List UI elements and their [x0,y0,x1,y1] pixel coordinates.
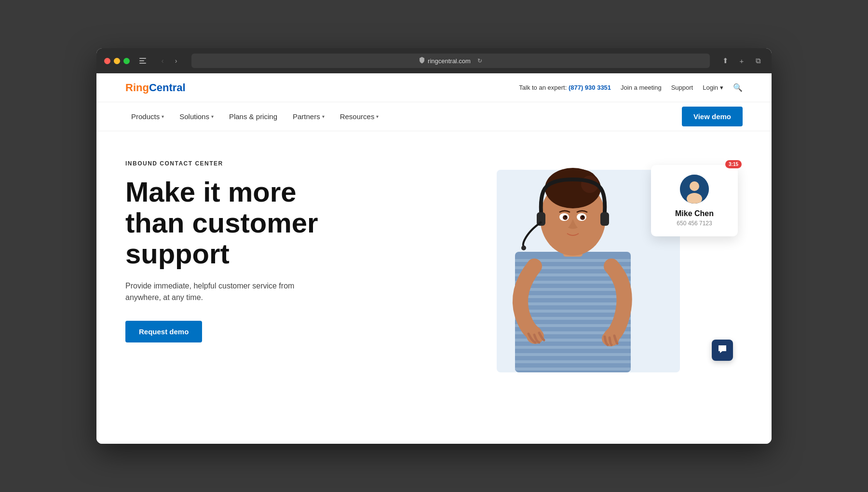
url-text: ringcentral.com [428,57,471,65]
view-demo-button[interactable]: View demo [682,107,743,126]
share-button[interactable]: ⬆ [719,55,731,67]
caller-phone: 650 456 7123 [663,220,726,227]
nav-resources-label: Resources [340,112,375,121]
tabs-button[interactable]: ⧉ [752,55,764,67]
call-card: 3:15 Mike Chen 650 456 7123 [651,165,738,236]
svg-rect-17 [515,368,631,370]
nav: Products ▾ Solutions ▾ Plans & pricing P… [96,102,772,131]
nav-plans-pricing[interactable]: Plans & pricing [223,109,283,124]
logo-ring: Ring [125,82,149,94]
header: RingCentral Talk to an expert: (877) 930… [96,73,772,102]
nav-resources[interactable]: Resources ▾ [334,109,385,124]
new-tab-button[interactable]: + [736,55,747,67]
nav-arrows: ‹ › [157,55,182,67]
hero-label: INBOUND CONTACT CENTER [125,160,434,167]
caller-name: Mike Chen [663,209,726,218]
hero-section: INBOUND CONTACT CENTER Make it more than… [96,131,772,372]
hero-left: INBOUND CONTACT CENTER Make it more than… [125,150,434,372]
solutions-chevron-icon: ▾ [211,114,214,119]
svg-point-28 [582,216,584,218]
svg-point-27 [565,216,567,218]
login-button[interactable]: Login ▾ [703,84,723,91]
browser-window: ‹ › ringcentral.com ↻ ⬆ + ⧉ RingCentral [96,48,772,444]
sidebar-toggle[interactable] [139,57,149,65]
svg-rect-16 [515,360,631,363]
nav-items: Products ▾ Solutions ▾ Plans & pricing P… [125,109,682,124]
svg-point-35 [690,181,699,191]
forward-button[interactable]: › [170,55,182,67]
page: RingCentral Talk to an expert: (877) 930… [96,73,772,444]
chevron-down-icon: ▾ [720,84,723,91]
back-button[interactable]: ‹ [157,55,168,67]
hero-title: Make it more than customer support [125,177,376,269]
agent-figure [496,155,650,372]
address-bar[interactable]: ringcentral.com ↻ [191,54,710,68]
logo-central: Central [149,82,186,94]
expert-label: Talk to an expert: (877) 930 3351 [519,84,611,91]
svg-rect-7 [515,295,631,298]
browser-actions: ⬆ + ⧉ [719,55,764,67]
support-link[interactable]: Support [671,84,693,91]
resources-chevron-icon: ▾ [376,114,379,119]
search-icon[interactable]: 🔍 [733,83,743,92]
chat-fab-button[interactable] [712,340,733,361]
svg-point-31 [521,246,526,250]
svg-rect-14 [515,346,631,349]
nav-solutions-label: Solutions [179,112,209,121]
svg-rect-15 [515,353,631,356]
header-right: Talk to an expert: (877) 930 3351 Join a… [519,83,743,92]
nav-products-label: Products [131,112,160,121]
agent-visual: 3:15 Mike Chen 650 456 7123 [434,150,743,372]
caller-avatar [680,175,709,204]
lock-icon [419,57,425,65]
nav-solutions[interactable]: Solutions ▾ [174,109,219,124]
traffic-lights [104,58,130,64]
browser-chrome: ‹ › ringcentral.com ↻ ⬆ + ⧉ [96,48,772,73]
logo[interactable]: RingCentral [125,82,186,94]
refresh-icon[interactable]: ↻ [477,57,482,64]
svg-rect-30 [600,212,609,226]
nav-products[interactable]: Products ▾ [125,109,170,124]
nav-plans-pricing-label: Plans & pricing [229,112,277,121]
products-chevron-icon: ▾ [162,114,164,119]
chat-icon [718,344,727,356]
expert-phone[interactable]: (877) 930 3351 [569,84,611,91]
maximize-button[interactable] [123,58,130,64]
hero-right: 3:15 Mike Chen 650 456 7123 [434,150,743,372]
nav-partners-label: Partners [293,112,320,121]
hero-subtitle: Provide immediate, helpful customer serv… [125,280,318,303]
close-button[interactable] [104,58,110,64]
call-timer-badge: 3:15 [725,160,742,168]
svg-rect-8 [515,302,631,305]
partners-chevron-icon: ▾ [322,114,325,119]
svg-rect-9 [515,310,631,313]
svg-rect-6 [515,288,631,291]
nav-partners[interactable]: Partners ▾ [287,109,330,124]
join-meeting-link[interactable]: Join a meeting [621,84,662,91]
minimize-button[interactable] [114,58,120,64]
request-demo-button[interactable]: Request demo [125,321,202,342]
